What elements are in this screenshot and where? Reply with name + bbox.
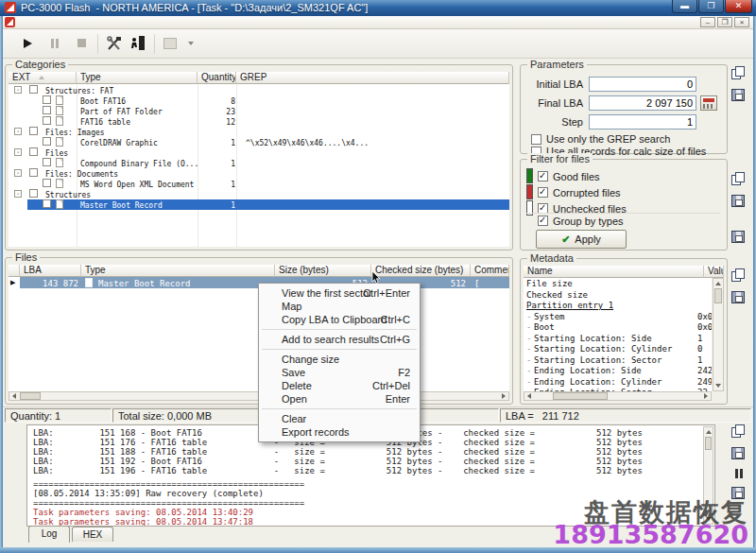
dropdown-caret-icon[interactable] bbox=[188, 42, 194, 45]
save-log-button[interactable] bbox=[731, 447, 745, 459]
scrollbar-thumb[interactable] bbox=[714, 288, 722, 303]
group-by-types-checkbox[interactable] bbox=[538, 216, 548, 226]
checkbox[interactable] bbox=[43, 199, 51, 208]
step-input[interactable] bbox=[589, 114, 696, 130]
metadata-row[interactable]: Partition entry 1 bbox=[524, 300, 712, 310]
pause-log-button[interactable] bbox=[733, 468, 745, 480]
metadata-row[interactable]: -Starting Location: Side1 bbox=[524, 333, 712, 343]
scroll-right-icon[interactable] bbox=[502, 393, 506, 399]
filter-checkbox[interactable] bbox=[538, 187, 548, 198]
minimize-button[interactable]: ▬ bbox=[672, 0, 697, 13]
metadata-row[interactable]: -Boot0x0 bbox=[524, 321, 712, 332]
tools-button[interactable] bbox=[103, 34, 126, 54]
category-item-row[interactable]: Part of FAT Folder23 bbox=[9, 106, 509, 116]
checkbox[interactable] bbox=[43, 158, 51, 166]
copy-panel-button[interactable] bbox=[731, 172, 745, 184]
column-header-grep[interactable]: GREP bbox=[236, 72, 509, 84]
checkbox[interactable] bbox=[29, 168, 38, 177]
copy-panel-button[interactable] bbox=[731, 66, 745, 78]
category-group-row[interactable]: -Files: Documents bbox=[9, 168, 509, 179]
collapse-icon[interactable]: - bbox=[14, 190, 22, 198]
close-button[interactable]: ✕ bbox=[725, 0, 752, 13]
save-panel-button[interactable] bbox=[731, 231, 745, 243]
category-group-row[interactable]: -Files: Images bbox=[9, 127, 509, 137]
metadata-vertical-scrollbar[interactable] bbox=[713, 278, 724, 391]
column-header-value[interactable]: Value bbox=[704, 266, 724, 278]
checkbox[interactable] bbox=[43, 137, 51, 146]
title-bar[interactable]: PC-3000 Flash - NORTH AMERICA - [Task - … bbox=[0, 0, 756, 16]
grep-only-checkbox[interactable] bbox=[531, 134, 541, 145]
collapse-icon[interactable]: - bbox=[14, 86, 22, 94]
stop-button[interactable] bbox=[71, 34, 94, 54]
menu-item-view-the-first-sector[interactable]: View the first sectorCtrl+Enter bbox=[259, 286, 420, 300]
scroll-down-icon[interactable] bbox=[715, 384, 721, 388]
column-header-size[interactable]: Size (bytes) bbox=[275, 265, 371, 277]
menu-item-delete[interactable]: DeleteCtrl+Del bbox=[259, 379, 420, 392]
initial-lba-input[interactable] bbox=[589, 77, 696, 92]
metadata-row[interactable]: Checked size bbox=[524, 289, 712, 300]
checkbox[interactable] bbox=[29, 127, 38, 135]
category-item-row[interactable]: FAT16 table12 bbox=[9, 116, 509, 127]
scroll-right-icon[interactable] bbox=[704, 393, 708, 399]
scrollbar-thumb[interactable] bbox=[705, 437, 712, 450]
scrollbar-thumb[interactable] bbox=[553, 392, 608, 400]
save-panel-button[interactable] bbox=[731, 89, 745, 101]
scroll-up-icon[interactable] bbox=[715, 282, 721, 285]
checkbox[interactable] bbox=[29, 85, 38, 94]
scroll-left-icon[interactable] bbox=[527, 393, 531, 399]
checkbox[interactable] bbox=[43, 179, 51, 187]
metadata-row[interactable]: -Ending Location: Side242 bbox=[524, 365, 712, 375]
metadata-row[interactable]: -Ending Location: Cylinder249 bbox=[524, 376, 712, 387]
lba-calculator-button[interactable] bbox=[700, 95, 717, 111]
column-header-type[interactable]: Type bbox=[77, 72, 198, 84]
category-group-row[interactable]: -Structures: FAT bbox=[9, 85, 509, 95]
collapse-icon[interactable]: - bbox=[14, 128, 22, 135]
tab-log[interactable]: Log bbox=[28, 526, 70, 543]
scroll-up-icon[interactable] bbox=[706, 430, 712, 434]
copy-log-button[interactable] bbox=[731, 424, 745, 437]
column-header-quantity[interactable]: Quantity bbox=[198, 72, 236, 84]
scroll-left-icon[interactable] bbox=[12, 393, 16, 399]
collapse-icon[interactable]: - bbox=[14, 148, 22, 156]
save-panel-button[interactable] bbox=[731, 195, 745, 207]
metadata-horizontal-scrollbar[interactable] bbox=[524, 391, 712, 401]
menu-item-map[interactable]: Map bbox=[259, 300, 420, 313]
column-header-checked-size[interactable]: Checked size (bytes) bbox=[371, 265, 471, 277]
checkbox[interactable] bbox=[43, 116, 51, 125]
category-item-row[interactable]: Master Boot Record1 bbox=[9, 199, 509, 210]
category-item-row[interactable]: Compound Binary File (O...1 bbox=[9, 158, 509, 168]
checkbox[interactable] bbox=[43, 106, 51, 114]
final-lba-input[interactable] bbox=[589, 95, 696, 111]
category-item-row[interactable]: MS Word Open XML Document1 bbox=[9, 179, 509, 189]
maximize-button[interactable]: ❐ bbox=[698, 0, 724, 13]
save-metadata-button[interactable] bbox=[731, 291, 745, 303]
mdi-minimize-button[interactable]: – bbox=[700, 17, 715, 27]
metadata-row[interactable]: -Starting Location: Sector1 bbox=[524, 354, 712, 365]
menu-item-add-to-search-results[interactable]: Add to search resultsCtrl+G bbox=[259, 333, 420, 346]
category-item-row[interactable]: CorelDRAW Graphic1^\x52\x49\x46\x46....\… bbox=[9, 137, 509, 147]
save-task-button[interactable] bbox=[160, 34, 182, 54]
checkbox[interactable] bbox=[29, 147, 38, 156]
copy-metadata-button[interactable] bbox=[731, 268, 745, 281]
category-item-row[interactable]: Boot FAT168 bbox=[9, 95, 509, 106]
metadata-row[interactable]: -Starting Location: Cylinder0 bbox=[524, 343, 712, 354]
checkbox[interactable] bbox=[43, 95, 51, 104]
scrollbar-thumb[interactable] bbox=[20, 392, 41, 400]
collapse-icon[interactable]: - bbox=[14, 169, 22, 177]
mdi-close-button[interactable]: × bbox=[734, 17, 749, 27]
category-group-row[interactable]: -Files bbox=[9, 147, 509, 158]
metadata-row[interactable]: -System0x0 bbox=[524, 311, 712, 321]
column-header-comments[interactable]: Comments bbox=[471, 265, 509, 277]
apply-button[interactable]: ✔Apply bbox=[536, 230, 627, 249]
menu-item-save[interactable]: SaveF2 bbox=[259, 366, 420, 379]
start-button[interactable] bbox=[16, 34, 39, 54]
menu-item-clear[interactable]: Clear bbox=[259, 412, 420, 425]
category-group-row[interactable]: -Structures bbox=[9, 189, 509, 199]
column-header-type[interactable]: Type bbox=[81, 265, 275, 277]
mdi-restore-button[interactable]: ❐ bbox=[717, 17, 732, 27]
exit-task-button[interactable] bbox=[128, 34, 150, 54]
metadata-row[interactable]: File size bbox=[524, 278, 712, 288]
menu-item-export-records[interactable]: Export records bbox=[259, 425, 420, 439]
column-header-name[interactable]: Name bbox=[524, 266, 704, 278]
tab-hex[interactable]: HEX bbox=[72, 527, 113, 542]
